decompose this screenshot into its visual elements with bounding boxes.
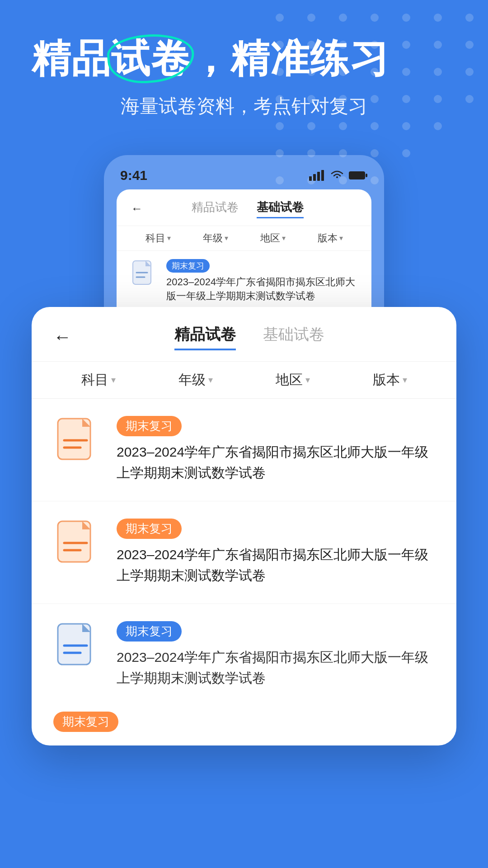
card-doc-icon-2	[53, 519, 103, 568]
card-nav: ← 精品试卷 基础试卷	[32, 307, 456, 361]
hero-subtitle: 海量试卷资料，考点针对复习	[32, 94, 456, 119]
mini-item-1-content: 期末复习 2023–2024学年广东省揭阳市揭东区北师大版一年级上学期期末测试数…	[166, 259, 359, 303]
mini-filter-subject: 科目 ▾	[145, 231, 171, 245]
card-list-item-2[interactable]: 期末复习 2023–2024学年广东省揭阳市揭东区北师大版一年级上学期期末测试数…	[32, 501, 456, 604]
card-item-2-text: 2023–2024学年广东省揭阳市揭东区北师大版一年级上学期期末测试数学试卷	[117, 544, 435, 586]
card-filter-version[interactable]: 版本 ▾	[373, 371, 407, 389]
card-filter-row: 科目 ▾ 年级 ▾ 地区 ▾ 版本 ▾	[32, 361, 456, 399]
card-list: 期末复习 2023–2024学年广东省揭阳市揭东区北师大版一年级上学期期末测试数…	[32, 399, 456, 604]
card-tab-basic[interactable]: 基础试卷	[263, 324, 324, 350]
hero-title-part2: ，精准练习	[191, 37, 389, 80]
mini-filter-subject-arrow: ▾	[167, 234, 171, 242]
card-item-1-text: 2023–2024学年广东省揭阳市揭东区北师大版一年级上学期期末测试数学试卷	[117, 442, 435, 484]
card-filter-version-arrow: ▾	[403, 374, 407, 385]
mini-filter-version: 版本 ▾	[318, 231, 343, 245]
card-item-2-content: 期末复习 2023–2024学年广东省揭阳市揭东区北师大版一年级上学期期末测试数…	[117, 519, 435, 586]
svg-rect-4	[349, 171, 365, 179]
card-bottom-content: 期末复习 2023–2024学年广东省揭阳市揭东区北师大版一年级上学期期末测试数…	[117, 621, 435, 689]
card-list-item-1[interactable]: 期末复习 2023–2024学年广东省揭阳市揭东区北师大版一年级上学期期末测试数…	[32, 399, 456, 501]
card-partial-tag: 期末复习	[53, 712, 118, 732]
status-time: 9:41	[120, 168, 147, 183]
mini-list-item-1: 期末复习 2023–2024学年广东省揭阳市揭东区北师大版一年级上学期期末测试数…	[117, 251, 371, 312]
svg-rect-2	[317, 172, 320, 181]
battery-icon	[349, 170, 368, 180]
hero-title-highlight: 试卷	[111, 36, 191, 81]
wifi-icon	[330, 170, 344, 181]
mini-tab-2: 基础试卷	[257, 199, 304, 218]
main-card: ← 精品试卷 基础试卷 科目 ▾ 年级 ▾ 地区 ▾ 版本 ▾	[32, 307, 456, 745]
svg-rect-0	[309, 176, 312, 181]
mini-filter-grade-arrow: ▾	[225, 234, 228, 242]
card-doc-icon-1	[53, 416, 103, 466]
card-item-1-tag: 期末复习	[117, 416, 182, 436]
mini-tabs: 精品试卷 基础试卷	[152, 199, 343, 218]
mini-item-1-tag: 期末复习	[166, 259, 210, 273]
svg-rect-1	[313, 174, 316, 181]
mini-nav: ← 精品试卷 基础试卷	[117, 189, 371, 226]
mini-item-1-text: 2023–2024学年广东省揭阳市揭东区北师大版一年级上学期期末测试数学试卷	[166, 275, 359, 303]
card-doc-icon-bottom	[53, 621, 103, 671]
mini-filter-grade: 年级 ▾	[203, 231, 228, 245]
card-item-2-tag: 期末复习	[117, 519, 182, 539]
card-item-1-content: 期末复习 2023–2024学年广东省揭阳市揭东区北师大版一年级上学期期末测试数…	[117, 416, 435, 484]
mini-tab-1: 精品试卷	[192, 199, 239, 218]
hero-section: 精品试卷，精准练习 海量试卷资料，考点针对复习	[0, 0, 488, 137]
card-filter-region[interactable]: 地区 ▾	[276, 371, 310, 389]
card-back-button[interactable]: ←	[53, 327, 71, 347]
mini-back-icon: ←	[131, 202, 143, 216]
card-filter-region-arrow: ▾	[305, 374, 310, 385]
mini-filter-region-arrow: ▾	[282, 234, 286, 242]
card-filter-grade-arrow: ▾	[208, 374, 213, 385]
card-tabs: 精品试卷 基础试卷	[82, 324, 417, 350]
card-bottom-text: 2023–2024学年广东省揭阳市揭东区北师大版一年级上学期期末测试数学试卷	[117, 647, 435, 689]
card-partial-bottom: 期末复习	[32, 703, 456, 745]
hero-title: 精品试卷，精准练习	[32, 36, 456, 81]
card-filter-grade[interactable]: 年级 ▾	[178, 371, 213, 389]
mini-doc-icon-1	[129, 259, 158, 288]
mini-filter-row: 科目 ▾ 年级 ▾ 地区 ▾ 版本 ▾	[117, 226, 371, 251]
mini-filter-version-arrow: ▾	[339, 234, 343, 242]
mini-filter-region: 地区 ▾	[260, 231, 286, 245]
card-filter-subject[interactable]: 科目 ▾	[81, 371, 116, 389]
card-bottom-item[interactable]: 期末复习 2023–2024学年广东省揭阳市揭东区北师大版一年级上学期期末测试数…	[32, 604, 456, 703]
signal-icon	[309, 170, 325, 181]
card-filter-subject-arrow: ▾	[111, 374, 116, 385]
svg-rect-3	[321, 170, 324, 181]
status-icons	[309, 170, 368, 181]
svg-rect-5	[366, 174, 367, 177]
card-bottom-tag: 期末复习	[117, 621, 182, 642]
card-tab-premium[interactable]: 精品试卷	[174, 324, 236, 350]
status-bar: 9:41	[117, 168, 371, 189]
hero-title-part1: 精品	[32, 37, 111, 80]
